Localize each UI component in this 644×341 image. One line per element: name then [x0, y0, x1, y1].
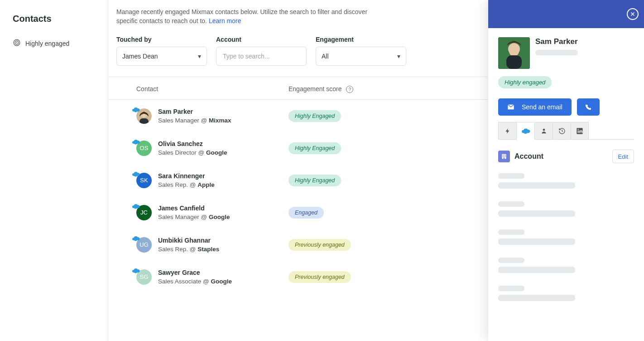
- salesforce-icon: [521, 128, 530, 134]
- building-icon: [498, 151, 510, 162]
- salesforce-icon: [132, 139, 140, 146]
- salesforce-icon: [132, 235, 140, 243]
- engagement-select[interactable]: All ▾: [316, 47, 406, 66]
- filter-touched-by: Touched by James Dean ▾: [116, 36, 207, 66]
- linkedin-icon: [576, 127, 583, 135]
- person-icon: [541, 127, 547, 134]
- engagement-badge: Highly Engaged: [288, 175, 341, 186]
- filter-account: Account: [216, 36, 307, 66]
- contact-subtitle: Sales Associate @ Google: [158, 278, 232, 285]
- contact-name: Sam Parker: [158, 108, 231, 115]
- svg-rect-50: [504, 157, 505, 159]
- salesforce-icon: [132, 268, 140, 275]
- filter-label: Engagement: [316, 36, 406, 43]
- target-icon: [13, 39, 21, 48]
- account-details-skeleton: [498, 173, 634, 301]
- engagement-badge: Highly Engaged: [288, 142, 341, 154]
- svg-point-19: [134, 174, 137, 177]
- contact-cell: SGSawyer GraceSales Associate @ Google: [116, 269, 272, 285]
- intro-text: Manage recently engaged Mixmax contacts …: [116, 7, 375, 26]
- salesforce-icon: [132, 171, 140, 178]
- contact-cell: UGUmbikki GhannarSales Rep. @ Staples: [116, 237, 272, 253]
- svg-rect-46: [503, 155, 504, 156]
- call-button[interactable]: [577, 98, 600, 116]
- tab-history[interactable]: [553, 122, 571, 139]
- skeleton: [535, 50, 578, 55]
- svg-rect-11: [139, 118, 149, 124]
- filter-label: Account: [216, 36, 307, 43]
- column-score[interactable]: Engagement score ?: [280, 77, 485, 100]
- touched-by-select[interactable]: James Dean ▾: [116, 47, 207, 66]
- salesforce-icon: [132, 107, 140, 114]
- panel-tabs: [498, 122, 634, 140]
- contact-cell: OSOlivia SanchezSales Director @ Google: [116, 140, 272, 156]
- contact-name: Umbikki Ghannar: [158, 237, 219, 244]
- close-icon: [630, 11, 635, 17]
- phone-icon: [585, 104, 591, 111]
- svg-rect-49: [505, 156, 505, 157]
- svg-point-31: [134, 271, 137, 273]
- button-label: Send an email: [522, 103, 562, 111]
- svg-point-27: [134, 239, 137, 241]
- contact-subtitle: Sales Rep. @ Staples: [158, 246, 219, 253]
- svg-point-40: [524, 131, 527, 134]
- contact-name: Sam Parker: [535, 37, 578, 46]
- svg-rect-48: [503, 156, 504, 157]
- chevron-down-icon: ▾: [198, 53, 201, 60]
- engagement-badge: Previously engaged: [288, 239, 351, 251]
- history-icon: [558, 127, 566, 135]
- intro-copy: Manage recently engaged Mixmax contacts …: [116, 8, 367, 24]
- svg-rect-47: [505, 155, 505, 156]
- engagement-badge: Engaged: [288, 207, 324, 219]
- contact-subtitle: Sales Director @ Google: [158, 149, 227, 156]
- panel-header: [488, 0, 644, 28]
- edit-button[interactable]: Edit: [612, 150, 634, 163]
- account-search-input[interactable]: [222, 52, 301, 60]
- contact-subtitle: Sales Manager @ Google: [158, 214, 230, 220]
- contact-cell: SKSara KinnengerSales Rep. @ Apple: [116, 172, 272, 188]
- section-title: Account: [514, 152, 543, 161]
- tab-salesforce[interactable]: [516, 122, 534, 139]
- tab-linkedin[interactable]: [571, 122, 589, 139]
- svg-point-41: [543, 129, 545, 131]
- page-title: Contacts: [13, 14, 97, 24]
- column-contact[interactable]: Contact: [108, 77, 280, 100]
- svg-point-15: [134, 142, 137, 145]
- tab-person[interactable]: [534, 122, 553, 139]
- help-icon[interactable]: ?: [346, 86, 353, 93]
- filter-label: Touched by: [116, 36, 207, 43]
- filter-engagement: Engagement All ▾: [316, 36, 406, 66]
- sidebar: Contacts Highly engaged: [0, 0, 108, 341]
- engagement-badge: Previously engaged: [288, 271, 351, 283]
- profile-header: Sam Parker: [498, 37, 634, 69]
- avatar: [498, 37, 530, 69]
- mail-icon: [507, 104, 514, 110]
- svg-point-2: [16, 42, 17, 43]
- send-email-button[interactable]: Send an email: [498, 98, 572, 116]
- select-value: James Dean: [122, 53, 158, 60]
- sidebar-item-highly-engaged[interactable]: Highly engaged: [13, 39, 97, 48]
- sidebar-item-label: Highly engaged: [25, 40, 69, 47]
- svg-point-8: [134, 110, 137, 112]
- account-search-wrapper: [216, 47, 307, 66]
- contact-name: Olivia Sanchez: [158, 140, 227, 147]
- account-section-header: Account Edit: [498, 150, 634, 163]
- contact-name: Sawyer Grace: [158, 269, 232, 276]
- contact-name: James Canfield: [158, 205, 230, 212]
- contact-cell: Sam ParkerSales Manager @ Mixmax: [116, 108, 272, 124]
- engagement-badge: Highly Engaged: [288, 110, 341, 122]
- contact-name: Sara Kinnenger: [158, 172, 215, 180]
- contact-subtitle: Sales Rep. @ Apple: [158, 181, 215, 188]
- tab-activity[interactable]: [498, 122, 516, 139]
- contact-subtitle: Sales Manager @ Mixmax: [158, 117, 231, 124]
- salesforce-icon: [132, 203, 140, 210]
- svg-point-23: [134, 206, 137, 209]
- close-button[interactable]: [627, 8, 639, 20]
- bolt-icon: [505, 127, 511, 135]
- status-badge: Highly engaged: [498, 76, 552, 88]
- contact-detail-panel: Sam Parker Highly engaged Send an email: [488, 0, 644, 341]
- select-value: All: [322, 53, 329, 60]
- learn-more-link[interactable]: Learn more: [209, 17, 241, 24]
- svg-rect-43: [578, 130, 579, 132]
- svg-point-44: [578, 129, 579, 130]
